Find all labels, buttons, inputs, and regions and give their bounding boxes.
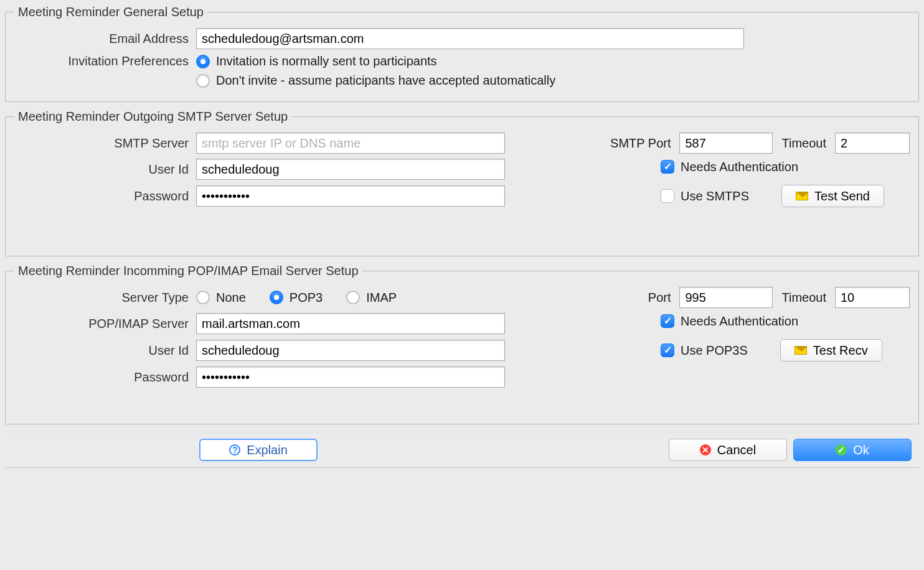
cancel-button[interactable]: ✕ Cancel bbox=[669, 439, 787, 461]
smtp-server-label: SMTP Server bbox=[14, 136, 196, 151]
dialog-footer: ? Explain ✕ Cancel ✓ Ok bbox=[5, 432, 919, 464]
email-address-label: Email Address bbox=[14, 32, 196, 46]
server-type-none-label: None bbox=[216, 291, 246, 305]
help-icon: ? bbox=[229, 444, 240, 456]
popimap-server-input[interactable] bbox=[196, 313, 505, 334]
invite-normal-radio[interactable]: Invitation is normally sent to participa… bbox=[196, 54, 437, 68]
radio-icon bbox=[346, 291, 360, 304]
incoming-timeout-label: Timeout bbox=[781, 291, 826, 305]
server-type-none-radio[interactable]: None bbox=[196, 291, 246, 305]
smtp-server-input[interactable] bbox=[196, 133, 505, 154]
checkbox-icon bbox=[661, 343, 674, 357]
explain-label: Explain bbox=[247, 443, 288, 457]
checkbox-icon bbox=[661, 160, 674, 174]
incoming-use-pop3s-label: Use POP3S bbox=[681, 343, 748, 358]
close-icon: ✕ bbox=[700, 444, 711, 456]
server-type-imap-label: IMAP bbox=[366, 291, 397, 305]
general-setup-legend: Meeting Reminder General Setup bbox=[14, 5, 207, 19]
incoming-needs-auth-label: Needs Authentication bbox=[681, 314, 798, 329]
general-setup-group: Meeting Reminder General Setup Email Add… bbox=[5, 5, 919, 102]
smtp-use-smtps-checkbox[interactable]: Use SMTPS bbox=[661, 189, 749, 203]
smtp-password-label: Password bbox=[14, 189, 196, 203]
incoming-port-label: Port bbox=[648, 291, 671, 305]
incoming-userid-input[interactable] bbox=[196, 340, 505, 361]
server-type-pop3-label: POP3 bbox=[290, 291, 323, 305]
test-recv-label: Test Recv bbox=[813, 343, 868, 358]
cancel-label: Cancel bbox=[717, 443, 756, 457]
server-type-label: Server Type bbox=[14, 291, 196, 305]
smtp-needs-auth-label: Needs Authentication bbox=[681, 160, 798, 174]
invite-none-label: Don't invite - assume paticipants have a… bbox=[216, 73, 555, 88]
incoming-setup-legend: Meeting Reminder Incomming POP/IMAP Emai… bbox=[14, 264, 362, 278]
radio-icon bbox=[196, 74, 210, 88]
test-recv-button[interactable]: Test Recv bbox=[780, 339, 882, 362]
test-send-button[interactable]: Test Send bbox=[781, 185, 884, 207]
explain-button[interactable]: ? Explain bbox=[199, 439, 318, 461]
envelope-icon bbox=[796, 192, 808, 200]
incoming-use-pop3s-checkbox[interactable]: Use POP3S bbox=[661, 343, 748, 358]
invitation-preferences-label: Invitation Preferences bbox=[14, 54, 196, 68]
smtp-password-input[interactable] bbox=[196, 185, 505, 207]
incoming-userid-label: User Id bbox=[14, 343, 196, 358]
incoming-timeout-input[interactable] bbox=[835, 287, 910, 308]
incoming-setup-group: Meeting Reminder Incomming POP/IMAP Emai… bbox=[5, 264, 919, 424]
smtp-timeout-input[interactable] bbox=[835, 133, 910, 154]
server-type-imap-radio[interactable]: IMAP bbox=[346, 291, 397, 305]
smtp-userid-input[interactable] bbox=[196, 159, 505, 180]
divider bbox=[5, 467, 919, 468]
smtp-timeout-label: Timeout bbox=[781, 136, 826, 151]
check-icon: ✓ bbox=[836, 444, 847, 456]
popimap-server-label: POP/IMAP Server bbox=[14, 317, 196, 331]
checkbox-icon bbox=[661, 189, 674, 203]
smtp-needs-auth-checkbox[interactable]: Needs Authentication bbox=[661, 160, 910, 174]
smtp-use-smtps-label: Use SMTPS bbox=[681, 189, 749, 203]
email-address-input[interactable] bbox=[196, 28, 744, 49]
smtp-userid-label: User Id bbox=[14, 162, 196, 177]
incoming-needs-auth-checkbox[interactable]: Needs Authentication bbox=[661, 314, 910, 329]
smtp-setup-legend: Meeting Reminder Outgoing SMTP Server Se… bbox=[14, 110, 291, 124]
invite-normal-label: Invitation is normally sent to participa… bbox=[216, 54, 437, 68]
ok-button[interactable]: ✓ Ok bbox=[793, 439, 912, 461]
radio-icon bbox=[270, 291, 283, 304]
server-type-pop3-radio[interactable]: POP3 bbox=[270, 291, 323, 305]
smtp-port-label: SMTP Port bbox=[610, 136, 671, 151]
invite-none-radio[interactable]: Don't invite - assume paticipants have a… bbox=[196, 73, 555, 88]
envelope-icon bbox=[794, 346, 807, 355]
checkbox-icon bbox=[661, 314, 674, 328]
incoming-port-input[interactable] bbox=[679, 287, 773, 308]
smtp-port-input[interactable] bbox=[679, 133, 773, 154]
incoming-password-label: Password bbox=[14, 370, 196, 385]
ok-label: Ok bbox=[853, 443, 869, 457]
radio-icon bbox=[196, 291, 210, 304]
test-send-label: Test Send bbox=[814, 189, 870, 203]
smtp-setup-group: Meeting Reminder Outgoing SMTP Server Se… bbox=[5, 110, 919, 256]
radio-icon bbox=[196, 55, 210, 68]
incoming-password-input[interactable] bbox=[196, 367, 505, 388]
